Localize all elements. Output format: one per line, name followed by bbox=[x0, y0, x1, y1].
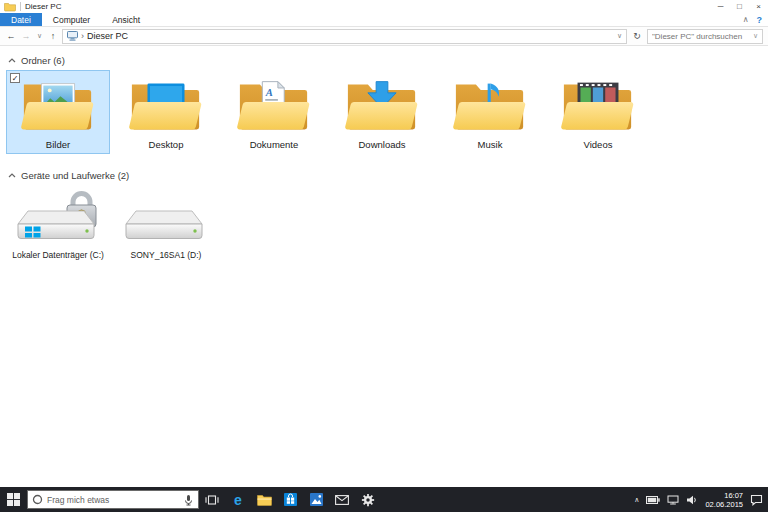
store-icon bbox=[284, 493, 297, 506]
os-drive-bitlocker-icon bbox=[14, 191, 102, 247]
close-button[interactable]: × bbox=[749, 0, 768, 13]
address-bar: ← → ∨ ↑ › Dieser PC ∨ ↻ ∨ bbox=[0, 27, 768, 46]
drive-label: Lokaler Datenträger (C:) bbox=[9, 250, 107, 260]
start-button[interactable] bbox=[0, 487, 27, 512]
pictures-folder-icon bbox=[20, 76, 96, 136]
maximize-button[interactable]: □ bbox=[730, 0, 749, 13]
clock-date: 02.06.2015 bbox=[705, 500, 743, 509]
folder-tile-dokumente[interactable]: A Dokumente bbox=[222, 70, 326, 154]
drive-tile-d[interactable]: SONY_16SA1 (D:) bbox=[114, 185, 218, 264]
window-folder-icon bbox=[4, 2, 16, 12]
folder-label: Bilder bbox=[9, 139, 107, 150]
folder-tile-musik[interactable]: Musik bbox=[438, 70, 542, 154]
group-collapse-icon bbox=[8, 58, 16, 63]
photos-taskbar-button[interactable] bbox=[303, 487, 329, 512]
cortana-search-input[interactable] bbox=[47, 495, 179, 505]
folder-tile-bilder[interactable]: ✓ Bilder bbox=[6, 70, 110, 154]
forward-button[interactable]: → bbox=[20, 31, 32, 41]
battery-icon[interactable] bbox=[646, 496, 660, 504]
help-icon[interactable]: ? bbox=[757, 15, 763, 25]
folders-row: ✓ Bilder Desktop bbox=[6, 70, 764, 154]
search-box[interactable]: ∨ bbox=[647, 29, 763, 44]
drives-row: Lokaler Datenträger (C:) SONY_16SA1 (D:) bbox=[6, 185, 764, 264]
tab-computer[interactable]: Computer bbox=[42, 13, 101, 26]
crumb-chevron-icon: › bbox=[81, 31, 84, 41]
caption-buttons: ─ □ × bbox=[711, 0, 768, 13]
documents-folder-icon: A bbox=[236, 76, 312, 136]
task-view-button[interactable] bbox=[199, 487, 225, 512]
ribbon-tab-bar: Datei Computer Ansicht ∧ ? bbox=[0, 13, 768, 27]
title-bar: Dieser PC ─ □ × bbox=[0, 0, 768, 13]
cortana-search-box[interactable] bbox=[27, 490, 199, 509]
task-view-icon bbox=[205, 494, 219, 506]
explorer-window: Dieser PC ─ □ × Datei Computer Ansicht ∧… bbox=[0, 0, 768, 512]
settings-taskbar-button[interactable] bbox=[355, 487, 381, 512]
cortana-icon bbox=[32, 494, 43, 505]
network-icon[interactable] bbox=[667, 495, 679, 505]
settings-gear-icon bbox=[361, 493, 375, 507]
folder-label: Dokumente bbox=[225, 139, 323, 150]
mail-icon bbox=[335, 495, 349, 505]
this-pc-icon bbox=[67, 31, 78, 41]
group-header-ordner[interactable]: Ordner (6) bbox=[8, 55, 764, 66]
minimize-button[interactable]: ─ bbox=[711, 0, 730, 13]
tray-expand-icon[interactable]: ∧ bbox=[634, 496, 639, 504]
quick-access-separator bbox=[20, 2, 21, 11]
desktop-folder-icon bbox=[128, 76, 204, 136]
volume-icon[interactable] bbox=[686, 495, 698, 505]
folder-tile-videos[interactable]: Videos bbox=[546, 70, 650, 154]
folder-tile-downloads[interactable]: Downloads bbox=[330, 70, 434, 154]
system-tray: ∧ 16:07 02.06.2015 bbox=[634, 491, 768, 509]
drive-label: SONY_16SA1 (D:) bbox=[117, 250, 215, 260]
store-taskbar-button[interactable] bbox=[277, 487, 303, 512]
history-dropdown-icon[interactable]: ∨ bbox=[35, 32, 44, 40]
action-center-icon[interactable] bbox=[750, 494, 763, 506]
file-explorer-icon bbox=[257, 494, 272, 506]
clock-time: 16:07 bbox=[705, 491, 743, 500]
videos-folder-icon bbox=[560, 76, 636, 136]
downloads-folder-icon bbox=[344, 76, 420, 136]
item-checkbox[interactable]: ✓ bbox=[10, 73, 20, 83]
photos-icon bbox=[310, 493, 323, 506]
windows-logo-icon bbox=[7, 493, 20, 506]
breadcrumb-location[interactable]: Dieser PC bbox=[87, 31, 128, 41]
folder-label: Downloads bbox=[333, 139, 431, 150]
address-dropdown-icon[interactable]: ∨ bbox=[617, 32, 622, 40]
mail-taskbar-button[interactable] bbox=[329, 487, 355, 512]
file-explorer-taskbar-button[interactable] bbox=[251, 487, 277, 512]
group-header-geraete[interactable]: Geräte und Laufwerke (2) bbox=[8, 170, 764, 181]
taskbar-clock[interactable]: 16:07 02.06.2015 bbox=[705, 491, 743, 509]
search-input[interactable] bbox=[652, 32, 750, 41]
refresh-icon[interactable]: ↻ bbox=[630, 31, 644, 41]
search-dropdown-icon[interactable]: ∨ bbox=[753, 32, 758, 40]
folder-label: Desktop bbox=[117, 139, 215, 150]
taskbar: e bbox=[0, 487, 768, 512]
folder-tile-desktop[interactable]: Desktop bbox=[114, 70, 218, 154]
microphone-icon[interactable] bbox=[183, 494, 194, 506]
folder-label: Videos bbox=[549, 139, 647, 150]
window-title: Dieser PC bbox=[25, 2, 61, 11]
folder-label: Musik bbox=[441, 139, 539, 150]
breadcrumb[interactable]: › Dieser PC ∨ bbox=[62, 29, 627, 44]
music-folder-icon bbox=[452, 76, 528, 136]
ribbon-collapse-icon[interactable]: ∧ bbox=[743, 15, 749, 24]
drive-icon bbox=[122, 191, 210, 247]
edge-icon: e bbox=[234, 493, 242, 507]
svg-text:A: A bbox=[265, 86, 273, 98]
tab-datei[interactable]: Datei bbox=[0, 13, 42, 26]
up-button[interactable]: ↑ bbox=[47, 31, 59, 41]
tab-ansicht[interactable]: Ansicht bbox=[101, 13, 151, 26]
file-list: Ordner (6) ✓ Bilder bbox=[0, 46, 768, 487]
drive-tile-c[interactable]: Lokaler Datenträger (C:) bbox=[6, 185, 110, 264]
group-collapse-icon bbox=[8, 173, 16, 178]
back-button[interactable]: ← bbox=[5, 31, 17, 41]
edge-taskbar-button[interactable]: e bbox=[225, 487, 251, 512]
